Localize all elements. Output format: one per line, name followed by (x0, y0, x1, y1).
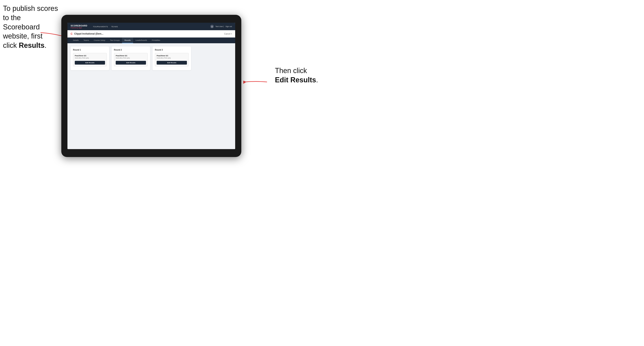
logo-sub: Powered by clippd (70, 27, 87, 28)
round-2-course-card: Peachtree GC Gold (M) (7010 yds) Edit Re… (114, 53, 148, 66)
instruction-right: Then click Edit Results. (275, 66, 318, 85)
round-1-course-name: Peachtree GC (75, 55, 105, 57)
round-2-title: Round 2 (114, 49, 148, 51)
round-2-card: Round 2 Peachtree GC Gold (M) (7010 yds)… (112, 46, 150, 70)
tournament-header: C Clippd Invitational (Dem... Cancel × (68, 30, 235, 37)
instruction-line4: click Results. (3, 41, 46, 49)
cancel-button[interactable]: Cancel × (224, 33, 232, 35)
tab-results[interactable]: Results (122, 37, 133, 43)
round-1-title: Round 1 (73, 49, 107, 51)
instruction-line1: To publish scores (3, 4, 58, 12)
round-2-course-name: Peachtree GC (116, 55, 146, 57)
tab-tee-groups[interactable]: Tee Groups (108, 37, 122, 43)
round-1-edit-results-button[interactable]: Edit Results (75, 61, 105, 65)
instruction-right-suffix: . (316, 76, 318, 84)
tab-leaderboards[interactable]: Leaderboards (133, 37, 150, 43)
round-3-course-name: Peachtree GC (157, 55, 187, 57)
instruction-right-line2-bold: Edit Results (275, 76, 316, 84)
svg-point-2 (212, 26, 212, 27)
top-nav: SCOREBOARD Powered by clippd TOURNAMENTS… (68, 23, 235, 30)
main-content: Round 1 Peachtree GC Gold (M) (7010 yds)… (68, 43, 235, 149)
tournament-title: Clippd Invitational (Dem... (74, 32, 103, 35)
user-name: Test User | (216, 25, 224, 27)
round-3-edit-results-button[interactable]: Edit Results (157, 61, 187, 65)
tournament-name: C Clippd Invitational (Dem... (70, 32, 103, 35)
tab-printables[interactable]: Printables (150, 37, 162, 43)
tab-details[interactable]: Details (70, 37, 81, 43)
tournament-icon: C (70, 32, 72, 35)
round-3-title: Round 3 (155, 49, 189, 51)
instruction-right-line1: Then click (275, 67, 307, 75)
round-3-course-card: Peachtree GC Gold (M) (7010 yds) Edit Re… (155, 53, 189, 66)
tab-course-setup[interactable]: Course Setup (92, 37, 108, 43)
round-2-course-details: Gold (M) (7010 yds) (116, 57, 146, 59)
nav-teams[interactable]: TEAMS (111, 25, 118, 28)
round-1-card: Round 1 Peachtree GC Gold (M) (7010 yds)… (70, 46, 109, 70)
tablet-device: SCOREBOARD Powered by clippd TOURNAMENTS… (61, 15, 241, 157)
user-avatar-icon (210, 25, 214, 28)
nav-right: Test User | Sign out (210, 25, 232, 28)
round-4-empty-card (194, 46, 232, 70)
instruction-left: To publish scores to the Scoreboard webs… (3, 4, 58, 50)
content-area: C Clippd Invitational (Dem... Cancel × D… (68, 30, 235, 149)
round-3-course-details: Gold (M) (7010 yds) (157, 57, 187, 59)
right-arrow (243, 77, 269, 87)
tab-teams[interactable]: Teams (81, 37, 92, 43)
round-1-course-details: Gold (M) (7010 yds) (75, 57, 105, 59)
nav-links: TOURNAMENTS TEAMS (93, 25, 118, 28)
tab-navigation: Details Teams Course Setup Tee Groups Re… (68, 37, 235, 43)
instruction-line3: website, first (3, 32, 42, 40)
round-2-edit-results-button[interactable]: Edit Results (116, 61, 146, 65)
logo-area: SCOREBOARD Powered by clippd (70, 25, 87, 28)
nav-tournaments[interactable]: TOURNAMENTS (93, 25, 108, 28)
rounds-grid: Round 1 Peachtree GC Gold (M) (7010 yds)… (70, 46, 232, 70)
round-3-card: Round 3 Peachtree GC Gold (M) (7010 yds)… (152, 46, 191, 70)
logo-text: SCOREBOARD (70, 25, 87, 27)
signout-link[interactable]: Sign out (226, 25, 232, 27)
round-1-course-card: Peachtree GC Gold (M) (7010 yds) Edit Re… (73, 53, 107, 66)
instruction-line2: to the Scoreboard (3, 14, 40, 31)
tablet-screen: SCOREBOARD Powered by clippd TOURNAMENTS… (68, 23, 235, 149)
